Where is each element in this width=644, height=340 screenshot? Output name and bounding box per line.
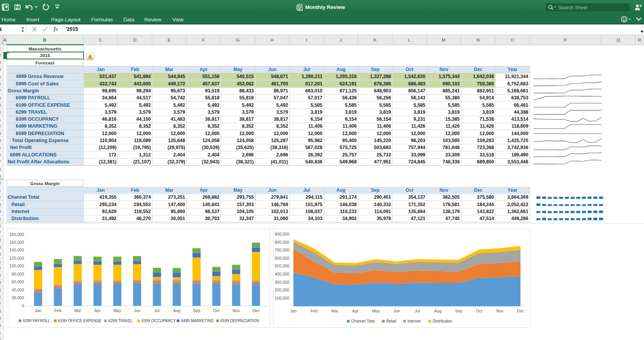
svg-text:20,000: 20,000 [12,295,24,300]
svg-text:Oct: Oct [476,309,482,313]
svg-text:300,000: 300,000 [275,280,289,284]
svg-text:Apr: Apr [94,308,101,313]
svg-text:Feb: Feb [310,309,317,313]
svg-text:6299 TRAVEL: 6299 TRAVEL [108,319,133,323]
svg-text:Aug: Aug [434,309,442,313]
svg-text:0: 0 [22,304,24,308]
svg-text:40,000: 40,000 [12,288,24,292]
svg-text:Jan: Jan [290,309,297,313]
svg-text:Retail: Retail [386,319,396,323]
svg-text:100,000: 100,000 [275,296,289,300]
svg-text:400,000: 400,000 [275,272,289,276]
svg-text:160,000: 160,000 [9,240,24,245]
svg-text:Dec: Dec [517,309,524,313]
svg-text:Jun: Jun [393,309,400,313]
svg-text:Channel Total: Channel Total [351,319,375,323]
svg-text:Apr: Apr [352,309,359,313]
svg-text:6199 OFFICE EXPENSE: 6199 OFFICE EXPENSE [58,319,102,323]
svg-text:6099 PAYROLL: 6099 PAYROLL [23,319,50,323]
svg-text:100,000: 100,000 [9,264,24,268]
svg-text:Jul: Jul [415,309,420,313]
svg-text:Nov: Nov [233,308,240,313]
svg-text:Distribution: Distribution [433,319,452,323]
svg-text:Feb: Feb [54,308,61,313]
svg-text:Internet: Internet [407,319,421,323]
svg-text:Jun: Jun [134,308,141,313]
svg-text:May: May [372,309,380,313]
svg-text:6599 DEPRECIATION: 6599 DEPRECIATION [221,319,259,323]
svg-text:Nov: Nov [496,309,504,313]
svg-text:800,000: 800,000 [275,240,289,245]
svg-text:900,000: 900,000 [275,232,289,236]
svg-text:500,000: 500,000 [275,264,289,268]
svg-text:600,000: 600,000 [275,256,289,260]
svg-text:200,000: 200,000 [275,288,289,292]
svg-text:6399 OCCUPANCY: 6399 OCCUPANCY [141,319,176,323]
svg-text:Jan: Jan [35,308,42,313]
svg-text:140,000: 140,000 [9,248,24,252]
svg-text:Sep: Sep [193,308,200,313]
svg-text:May: May [113,308,122,313]
svg-text:Mar: Mar [74,308,82,313]
svg-text:6499 MARKETING: 6499 MARKETING [181,319,214,323]
svg-text:Aug: Aug [173,308,181,313]
svg-text:Dec: Dec [252,308,260,313]
svg-text:180,000: 180,000 [9,232,24,237]
svg-text:700,000: 700,000 [275,248,289,252]
svg-text:60,000: 60,000 [12,279,24,284]
svg-text:120,000: 120,000 [9,256,24,260]
svg-text:Mar: Mar [331,309,339,313]
svg-text:Oct: Oct [213,308,219,313]
svg-text:80,000: 80,000 [12,272,24,276]
svg-text:Sep: Sep [455,309,462,313]
svg-text:Jul: Jul [154,308,159,313]
